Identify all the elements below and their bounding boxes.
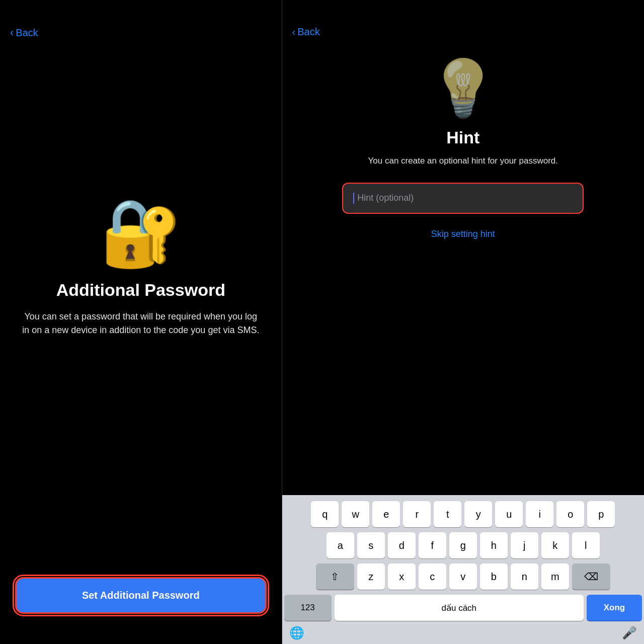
- delete-key[interactable]: ⌫: [572, 564, 610, 590]
- key-n[interactable]: n: [511, 564, 538, 590]
- keyboard-row-3: ⇧ z x c v b n m ⌫: [284, 564, 642, 590]
- keyboard-bottom-row: 🌐 🎤: [284, 626, 642, 640]
- key-i[interactable]: i: [526, 501, 553, 527]
- space-key[interactable]: dấu cách: [335, 595, 584, 621]
- right-main-content: 💡 Hint You can create an optional hint f…: [282, 0, 644, 260]
- key-o[interactable]: o: [556, 501, 584, 527]
- key-k[interactable]: k: [541, 532, 569, 558]
- left-back-label: Back: [16, 27, 38, 39]
- right-panel: ‹ Back 💡 Hint You can create an optional…: [282, 0, 644, 644]
- bulb-icon: 💡: [429, 60, 498, 116]
- key-e[interactable]: e: [372, 501, 400, 527]
- key-l[interactable]: l: [572, 532, 600, 558]
- globe-icon[interactable]: 🌐: [289, 626, 304, 640]
- key-s[interactable]: s: [357, 532, 385, 558]
- set-additional-password-button[interactable]: Set Additional Password: [15, 577, 267, 614]
- key-f[interactable]: f: [419, 532, 446, 558]
- hint-input-wrapper[interactable]: Hint (optional): [342, 183, 584, 214]
- left-back-button[interactable]: ‹ Back: [10, 26, 38, 39]
- keyboard-row-2: a s d f g h j k l: [284, 532, 642, 558]
- key-x[interactable]: x: [388, 564, 416, 590]
- key-g[interactable]: g: [449, 532, 477, 558]
- left-title: Additional Password: [56, 280, 225, 300]
- skip-hint-button[interactable]: Skip setting hint: [431, 229, 495, 239]
- right-back-button[interactable]: ‹ Back: [292, 26, 320, 38]
- key-m[interactable]: m: [541, 564, 569, 590]
- left-panel: ‹ Back 🔐 Additional Password You can set…: [0, 0, 282, 644]
- key-h[interactable]: h: [480, 532, 508, 558]
- key-b[interactable]: b: [480, 564, 508, 590]
- right-description: You can create an optional hint for your…: [368, 154, 558, 168]
- lock-icon: 🔐: [100, 200, 182, 265]
- right-title: Hint: [446, 128, 479, 147]
- key-w[interactable]: w: [342, 501, 369, 527]
- left-description: You can set a password that will be requ…: [20, 310, 262, 337]
- hint-placeholder: Hint (optional): [357, 193, 414, 203]
- key-j[interactable]: j: [511, 532, 538, 558]
- key-u[interactable]: u: [495, 501, 523, 527]
- key-y[interactable]: y: [464, 501, 492, 527]
- right-back-chevron: ‹: [292, 26, 296, 38]
- keyboard-row-4: 123 dấu cách Xong: [284, 595, 642, 621]
- keyboard: q w e r t y u i o p a s d f g h j k l ⇧ …: [282, 495, 644, 644]
- key-a[interactable]: a: [327, 532, 354, 558]
- right-back-label: Back: [297, 26, 319, 38]
- key-d[interactable]: d: [388, 532, 416, 558]
- key-q[interactable]: q: [311, 501, 339, 527]
- key-v[interactable]: v: [449, 564, 477, 590]
- keyboard-row-1: q w e r t y u i o p: [284, 501, 642, 527]
- microphone-icon[interactable]: 🎤: [622, 626, 637, 640]
- key-t[interactable]: t: [434, 501, 461, 527]
- key-r[interactable]: r: [403, 501, 431, 527]
- done-key[interactable]: Xong: [587, 595, 642, 621]
- left-bottom-area: Set Additional Password: [0, 577, 282, 644]
- text-cursor: [353, 193, 354, 204]
- key-c[interactable]: c: [419, 564, 446, 590]
- left-back-chevron: ‹: [10, 26, 14, 39]
- shift-key[interactable]: ⇧: [316, 564, 354, 590]
- key-z[interactable]: z: [357, 564, 385, 590]
- key-p[interactable]: p: [587, 501, 615, 527]
- left-content: 🔐 Additional Password You can set a pass…: [0, 0, 282, 577]
- numbers-key[interactable]: 123: [284, 595, 332, 621]
